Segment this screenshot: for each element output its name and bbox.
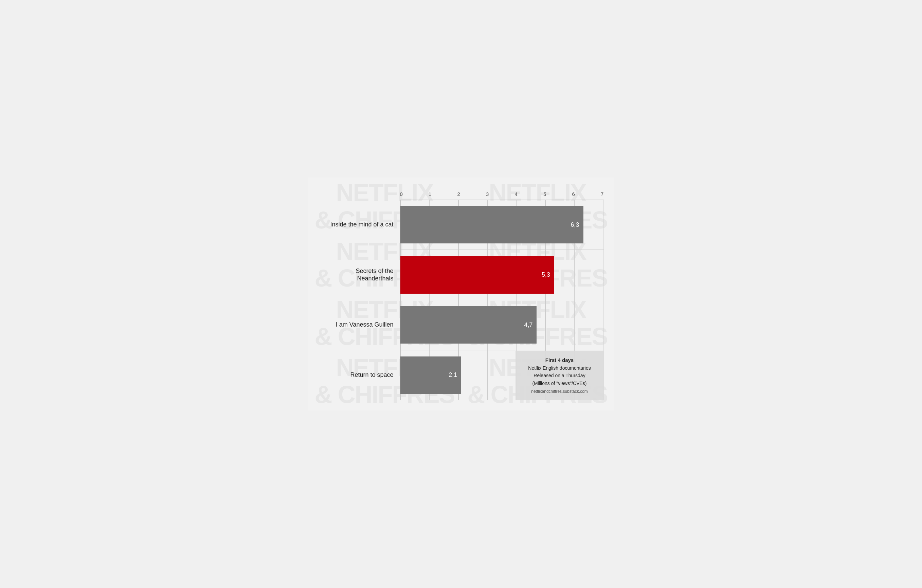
legend-line2: Netflix English documentaries (522, 364, 597, 372)
bar-2: 5,3 (401, 256, 554, 294)
bar-label-4: Return to space (319, 371, 401, 379)
bar-wrapper-1: 6,3 (401, 200, 604, 250)
legend-line4: (Millions of "views"/CVEs) (522, 379, 597, 387)
bar-3: 4,7 (401, 306, 537, 343)
bar-1: 6,3 (401, 206, 584, 243)
legend-box: First 4 days Netflix English documentari… (515, 351, 604, 400)
x-axis: 0 1 2 3 4 5 6 7 (400, 191, 604, 197)
bar-label-1: Inside the mind of a cat (319, 221, 401, 229)
legend-line3: Released on a Thursday (522, 372, 597, 379)
x-label-3: 3 (486, 191, 489, 197)
bar-label-3: I am Vanessa Guillen (319, 321, 401, 328)
legend-source: netflixandchiffres.substack.com (522, 389, 597, 395)
x-label-0: 0 (400, 191, 403, 197)
x-label-2: 2 (458, 191, 460, 197)
bar-value-2: 5,3 (542, 271, 550, 278)
legend-line1: First 4 days (522, 356, 597, 364)
x-label-6: 6 (572, 191, 575, 197)
bar-wrapper-3: 4,7 (401, 300, 604, 350)
bar-value-3: 4,7 (524, 322, 533, 328)
x-label-7: 7 (601, 191, 603, 197)
chart-container: NETFLIX& CHIFFRES NETFLIX& CHIFFRES NETF… (308, 178, 614, 411)
bar-row-3: I am Vanessa Guillen 4,7 (401, 300, 604, 350)
bar-value-1: 6,3 (571, 221, 579, 229)
x-label-1: 1 (428, 191, 431, 197)
bar-label-2: Secrets of the Neanderthals (319, 268, 401, 282)
bar-4: 2,1 (401, 356, 461, 394)
bar-row-2: Secrets of the Neanderthals 5,3 (401, 250, 604, 300)
x-label-5: 5 (543, 191, 546, 197)
x-label-4: 4 (515, 191, 518, 197)
x-axis-labels: 0 1 2 3 4 5 6 7 (400, 191, 604, 197)
bar-wrapper-2: 5,3 (401, 250, 604, 300)
bar-row-1: Inside the mind of a cat 6,3 (401, 200, 604, 250)
bar-value-4: 2,1 (449, 371, 457, 379)
